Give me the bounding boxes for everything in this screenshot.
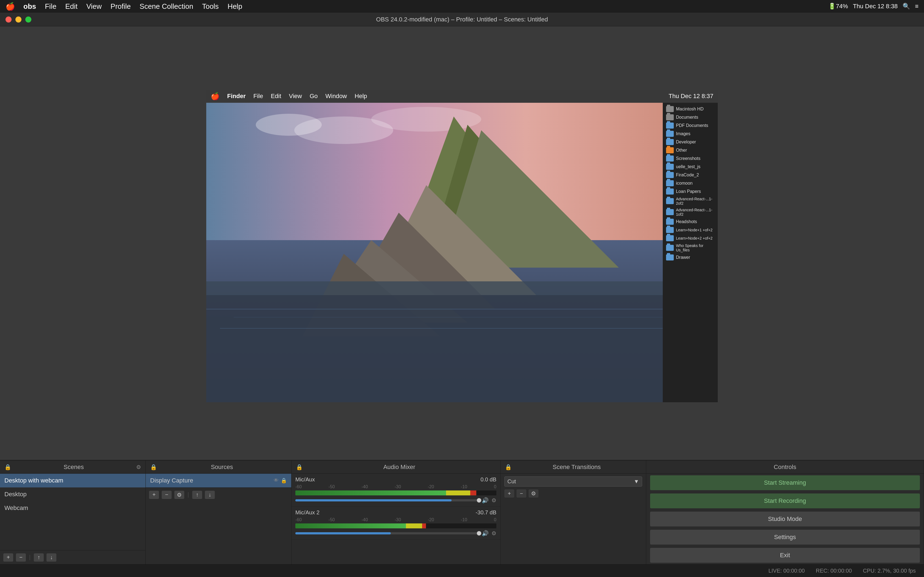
move-source-up-button[interactable]: ↑ [192,491,202,499]
scene-item-desktop[interactable]: Desktop [0,487,145,501]
scenes-lock-icon: 🔒 [5,464,11,471]
add-source-button[interactable]: + [149,491,159,499]
remove-transition-button[interactable]: − [517,489,527,498]
folder-macintosh-hd[interactable]: Macintosh HD [664,105,716,113]
transition-type-select[interactable]: Cut ▼ [504,476,642,487]
source-visibility-icon[interactable]: 👁 [274,477,279,484]
source-settings-button[interactable]: ⚙ [174,491,184,499]
system-menubar: 🍎 obs File Edit View Profile Scene Colle… [0,0,924,13]
scenes-panel-header: 🔒 Scenes ⚙ [0,461,145,474]
remove-source-button[interactable]: − [162,491,171,499]
source-item-display-capture[interactable]: Display Capture 👁 🔒 [146,474,291,487]
app-menus: obs File Edit View Profile Scene Collect… [23,2,242,11]
add-transition-button[interactable]: + [504,489,514,498]
audio-meter-2 [296,524,496,529]
system-icons: 🔋74% [828,3,848,10]
scene-transitions-panel: 🔒 Scene Transitions Cut ▼ + − ⚙ [501,461,646,564]
folder-label: Advanced-React-...1-2of2 [676,197,714,206]
maximize-button[interactable] [25,16,31,23]
scenes-settings-icon[interactable]: ⚙ [136,464,141,471]
transition-settings-button[interactable]: ⚙ [528,489,538,498]
folder-icon [666,139,674,145]
folder-label: Drawer [676,255,690,260]
apple-icon[interactable]: 🍎 [5,2,15,11]
folder-icon [666,255,674,261]
source-controls: 👁 🔒 [274,477,287,484]
menu-scene-collection[interactable]: Scene Collection [140,2,193,11]
audio-channel-2-header: Mic/Aux 2 -30.7 dB [296,509,496,516]
folder-images[interactable]: Images [664,130,716,138]
folder-other[interactable]: Other [664,146,716,155]
exit-button[interactable]: Exit [650,548,920,563]
menu-edit[interactable]: Edit [65,2,78,11]
audio-channel-2: Mic/Aux 2 -30.7 dB -60-50-40-30-20-100 [291,507,500,540]
folder-quelletest[interactable]: uelle_test_js [664,163,716,171]
folder-drawer[interactable]: Drawer [664,253,716,261]
add-scene-button[interactable]: + [3,553,13,562]
system-time: Thu Dec 12 8:38 [853,3,898,10]
folder-headshots[interactable]: Headshots [664,218,716,226]
folder-icon [666,122,674,129]
folder-icomoon[interactable]: icomoon [664,179,716,187]
folder-documents[interactable]: Documents [664,113,716,121]
menu-help[interactable]: Help [228,2,242,11]
audio-settings-icon-1[interactable]: ⚙ [491,497,496,504]
inner-menu-go: Go [310,93,318,100]
svg-rect-16 [220,328,663,329]
folder-advanced-react-2[interactable]: Advanced-React-...1-1of2 [664,206,716,218]
menu-obs[interactable]: obs [23,2,36,11]
folder-learn-node-1[interactable]: Learn+Node+1 +of+2 [664,226,716,234]
audio-settings-icon-2[interactable]: ⚙ [491,530,496,537]
start-streaming-button[interactable]: Start Streaming [650,475,920,490]
mute-icon-2[interactable]: 🔊 [482,530,489,537]
folder-label: Loan Papers [676,189,701,194]
menu-tools[interactable]: Tools [202,2,219,11]
remove-scene-button[interactable]: − [16,553,26,562]
audio-meter-bar-1 [296,490,496,495]
inner-menu-finder: Finder [227,93,246,100]
start-recording-button[interactable]: Start Recording [650,493,920,508]
folder-label: Developer [676,140,696,145]
scenes-panel: 🔒 Scenes ⚙ Desktop with webcam Desktop W… [0,461,146,564]
menu-file[interactable]: File [45,2,57,11]
folder-label: Macintosh HD [676,106,703,111]
folder-firacode[interactable]: FiraCode_2 [664,171,716,179]
svg-rect-15 [234,317,663,318]
transitions-toolbar: + − ⚙ [501,489,646,498]
mute-icon-1[interactable]: 🔊 [482,497,489,504]
move-source-down-button[interactable]: ↓ [205,491,215,499]
studio-mode-button[interactable]: Studio Mode [650,512,920,527]
audio-meter-1 [296,490,496,495]
folder-loan-papers[interactable]: Loan Papers [664,187,716,196]
volume-slider-2[interactable] [296,532,479,534]
audio-channel-1-db: 0.0 dB [480,476,496,483]
scene-item-desktop-webcam[interactable]: Desktop with webcam [0,474,145,487]
settings-button[interactable]: Settings [650,530,920,545]
folder-pdf-documents[interactable]: PDF Documents [664,121,716,130]
move-scene-up-button[interactable]: ↑ [34,553,44,562]
folder-who-speaks[interactable]: Who Speaks for Us_files [664,242,716,253]
folder-advanced-react-1[interactable]: Advanced-React-...1-2of2 [664,196,716,206]
folder-icon [666,156,674,161]
folder-label: Advanced-React-...1-1of2 [676,208,714,216]
meter-yellow-1 [446,490,470,495]
minimize-button[interactable] [15,16,21,23]
source-lock-icon[interactable]: 🔒 [281,477,287,484]
folder-developer[interactable]: Developer [664,138,716,146]
search-icon[interactable]: 🔍 [903,3,910,10]
move-scene-down-button[interactable]: ↓ [47,553,57,562]
folder-icon [666,147,674,153]
volume-slider-1[interactable] [296,499,479,501]
source-label: Display Capture [150,477,193,484]
menu-profile[interactable]: Profile [111,2,131,11]
folder-screenshots[interactable]: Screenshots [664,155,716,163]
close-button[interactable] [5,16,11,23]
folder-label: Documents [676,115,698,120]
menu-icon[interactable]: ≡ [915,3,919,10]
audio-channel-2-name: Mic/Aux 2 [296,509,320,516]
volume-fill-1 [296,499,452,501]
folder-learn-node-2[interactable]: Learn+Node+2 +of+2 [664,234,716,242]
scene-item-webcam[interactable]: Webcam [0,501,145,515]
controls-title: Controls [774,464,796,471]
menu-view[interactable]: View [86,2,102,11]
